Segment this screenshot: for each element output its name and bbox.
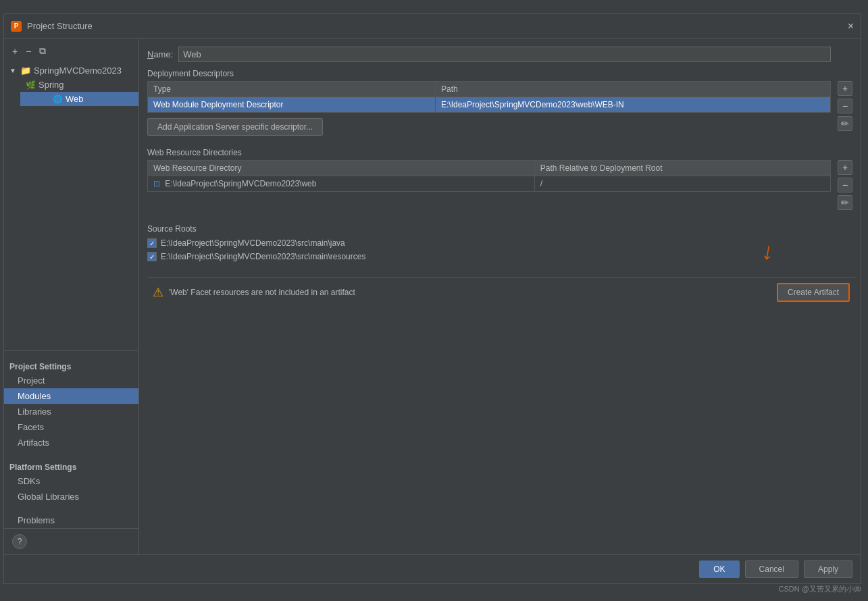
sidebar: + − ⧉ ▼ 📁 SpringMVCDemo2023 🌿 Spring — [4, 38, 139, 554]
sidebar-footer: ? — [4, 528, 138, 554]
web-resource-table: Web Resource Directory Path Relative to … — [147, 160, 831, 192]
name-input[interactable] — [178, 47, 831, 62]
apply-button[interactable]: Apply — [804, 560, 852, 578]
col-path: Path — [435, 82, 830, 97]
source-root-resources-path: E:\IdeaProject\SpringMVCDemo2023\src\mai… — [161, 252, 365, 261]
deployment-table: Type Path Web Module Deployment Descript… — [147, 81, 831, 113]
nav-sdks[interactable]: SDKs — [4, 473, 138, 489]
col-web-dir: Web Resource Directory — [148, 161, 535, 176]
col-type: Type — [148, 82, 436, 97]
dialog-title: Project Structure — [27, 21, 848, 31]
web-icon: 🌐 — [53, 95, 63, 104]
source-roots-list: ✓ E:\IdeaProject\SpringMVCDemo2023\src\m… — [147, 236, 858, 263]
deployment-actions: + − ✏ — [838, 81, 852, 131]
module-tree: ▼ 📁 SpringMVCDemo2023 🌿 Spring 🌐 Web — [4, 63, 138, 345]
ok-button[interactable]: OK — [699, 560, 739, 578]
app-icon: P — [11, 21, 22, 32]
nav-modules[interactable]: Modules — [4, 388, 138, 404]
watermark: CSDN @又苦又累的小帅 — [779, 584, 861, 594]
nav-global-libraries[interactable]: Global Libraries — [4, 489, 138, 504]
edit-web-resource-button[interactable]: ✏ — [838, 195, 852, 210]
help-button[interactable]: ? — [12, 534, 27, 549]
add-server-button[interactable]: Add Application Server specific descript… — [147, 118, 323, 136]
folder-icon: 📁 — [20, 66, 31, 76]
checkbox-java[interactable]: ✓ — [147, 238, 157, 248]
remove-web-resource-button[interactable]: − — [838, 178, 852, 192]
add-button[interactable]: + — [9, 45, 20, 58]
tree-web-selected[interactable]: 🌐 Web — [20, 92, 138, 106]
warning-icon: ⚠ — [153, 285, 163, 300]
add-deployment-button[interactable]: + — [838, 81, 852, 96]
dir-icon: ⊡ — [153, 179, 160, 188]
platform-settings-header: Platform Settings — [4, 457, 138, 473]
deployment-path: E:\IdeaProject\SpringMVCDemo2023\web\WEB… — [435, 97, 830, 113]
nav-artifacts[interactable]: Artifacts — [4, 435, 138, 450]
create-artifact-button[interactable]: Create Artifact — [777, 283, 850, 302]
nav-project[interactable]: Project — [4, 373, 138, 388]
warning-bar: ⚠ 'Web' Facet resources are not included… — [147, 277, 855, 302]
copy-button[interactable]: ⧉ — [36, 44, 49, 58]
nav-facets[interactable]: Facets — [4, 419, 138, 435]
deployment-descriptors-label: Deployment Descriptors — [147, 69, 858, 78]
expand-arrow: ▼ — [9, 67, 16, 74]
spring-icon: 🌿 — [26, 80, 36, 90]
project-settings-header: Project Settings — [4, 357, 138, 373]
tree-spring[interactable]: 🌿 Spring — [20, 78, 138, 92]
add-server-section: Add Application Server specific descript… — [147, 118, 858, 141]
tree-root[interactable]: ▼ 📁 SpringMVCDemo2023 — [4, 63, 138, 78]
source-root-java-path: E:\IdeaProject\SpringMVCDemo2023\src\mai… — [161, 238, 345, 248]
web-resource-section: Web Resource Directory Path Relative to … — [147, 160, 858, 192]
checkbox-resources[interactable]: ✓ — [147, 252, 157, 261]
title-bar: P Project Structure × — [4, 14, 861, 38]
remove-button[interactable]: − — [23, 45, 34, 58]
rel-path-value: / — [534, 176, 830, 192]
name-label: Name: — [147, 49, 173, 59]
cancel-button[interactable]: Cancel — [745, 560, 798, 578]
add-web-resource-button[interactable]: + — [838, 160, 852, 175]
tree-web-label: Web — [66, 94, 84, 104]
close-button[interactable]: × — [848, 21, 854, 32]
deployment-row[interactable]: Web Module Deployment Descriptor E:\Idea… — [148, 97, 831, 113]
web-resource-row[interactable]: ⊡ E:\IdeaProject\SpringMVCDemo2023\web / — [148, 176, 831, 192]
source-root-java: ✓ E:\IdeaProject\SpringMVCDemo2023\src\m… — [147, 236, 858, 250]
web-resource-actions: + − ✏ — [838, 160, 852, 210]
deployment-type: Web Module Deployment Descriptor — [148, 97, 436, 113]
tree-root-label: SpringMVCDemo2023 — [34, 66, 122, 76]
dialog-footer: OK Cancel Apply — [4, 554, 861, 583]
web-resource-label: Web Resource Directories — [147, 148, 858, 157]
tree-toolbar: + − ⧉ — [4, 44, 138, 63]
nav-problems[interactable]: Problems — [4, 513, 138, 528]
source-root-resources: ✓ E:\IdeaProject\SpringMVCDemo2023\src\m… — [147, 250, 858, 263]
source-roots-label: Source Roots — [147, 224, 858, 234]
col-rel-path: Path Relative to Deployment Root — [534, 161, 830, 176]
warning-text: 'Web' Facet resources are not included i… — [169, 288, 771, 297]
web-dir-value: ⊡ E:\IdeaProject\SpringMVCDemo2023\web — [148, 176, 535, 192]
tree-spring-label: Spring — [39, 80, 64, 90]
edit-deployment-button[interactable]: ✏ — [838, 116, 852, 131]
nav-libraries[interactable]: Libraries — [4, 404, 138, 419]
name-row: Name: — [147, 47, 858, 62]
content-area: Name: Deployment Descriptors Type Path — [139, 38, 861, 554]
deployment-descriptors-section: Type Path Web Module Deployment Descript… — [147, 81, 858, 113]
remove-deployment-button[interactable]: − — [838, 99, 852, 113]
